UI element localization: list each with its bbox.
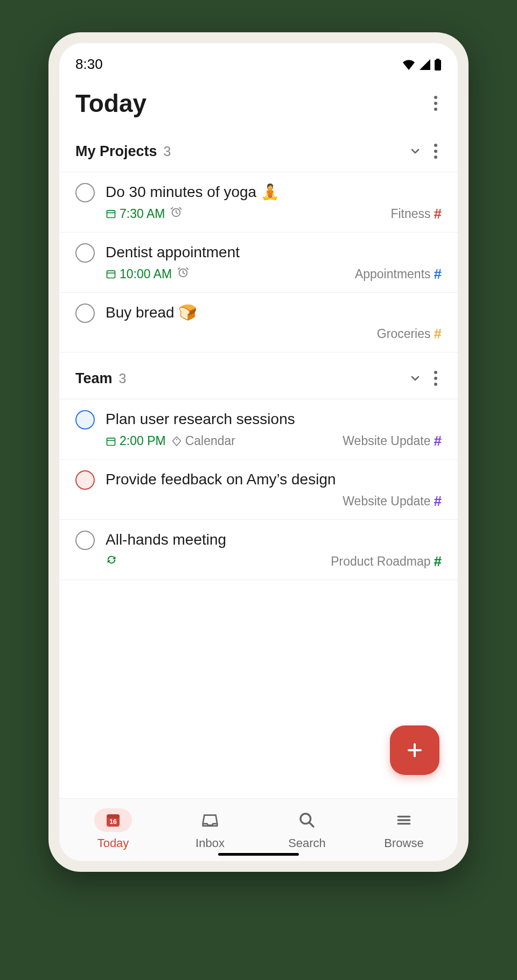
chevron-down-icon[interactable] — [407, 370, 423, 386]
section-header-team[interactable]: Team 3 — [59, 352, 458, 399]
hash-icon: # — [434, 553, 442, 570]
home-indicator[interactable] — [218, 853, 299, 856]
nav-today[interactable]: 16 Today — [65, 808, 162, 850]
task-checkbox[interactable] — [75, 410, 95, 429]
svg-rect-2 — [107, 210, 115, 217]
task-checkbox[interactable] — [75, 243, 95, 263]
inbox-icon — [201, 812, 219, 829]
search-icon — [298, 812, 316, 829]
task-title: Dentist appointment — [106, 242, 442, 263]
task-project: Website Update # — [343, 433, 442, 449]
section-title: Team — [75, 370, 113, 387]
signal-icon — [419, 59, 431, 70]
bottom-nav: 16 Today Inbox Search Browse — [59, 798, 458, 861]
task-project: Website Update # — [343, 493, 442, 510]
task-time: 7:30 AM — [106, 207, 165, 221]
section-more-button[interactable] — [430, 139, 442, 163]
nav-inbox[interactable]: Inbox — [162, 808, 258, 850]
screen: 8:30 Today My Projects 3 — [59, 43, 458, 861]
nav-browse[interactable]: Browse — [355, 808, 452, 850]
plus-icon — [404, 740, 425, 760]
task-title: Plan user research sessions — [106, 409, 442, 429]
svg-text:16: 16 — [109, 818, 117, 826]
task-row[interactable]: Plan user research sessions 2:00 PM Cale… — [59, 399, 458, 459]
task-time: 10:00 AM — [106, 267, 172, 281]
hash-icon: # — [434, 266, 442, 283]
section-more-button[interactable] — [430, 366, 442, 390]
task-label: Calendar — [171, 434, 235, 448]
task-row[interactable]: Provide feedback on Amy’s design Website… — [59, 459, 458, 519]
task-checkbox[interactable] — [75, 304, 95, 323]
svg-rect-5 — [107, 271, 115, 278]
task-list-my-projects: Do 30 minutes of yoga 🧘 7:30 AM — [59, 172, 458, 352]
status-time: 8:30 — [75, 56, 103, 73]
task-project: Appointments # — [355, 266, 442, 283]
task-project: Groceries # — [377, 326, 442, 342]
svg-rect-1 — [436, 59, 439, 60]
phone-frame: 8:30 Today My Projects 3 — [48, 32, 469, 872]
more-menu-button[interactable] — [430, 91, 442, 115]
task-row[interactable]: Dentist appointment 10:00 AM Ap — [59, 232, 458, 292]
task-row[interactable]: Buy bread 🍞 Groceries # — [59, 292, 458, 353]
task-title: Provide feedback on Amy’s design — [106, 469, 442, 490]
page-header: Today — [59, 79, 458, 131]
section-title: My Projects — [75, 143, 157, 160]
status-icons — [402, 59, 442, 70]
task-checkbox[interactable] — [75, 183, 95, 202]
task-title: All-hands meeting — [106, 530, 442, 550]
chevron-down-icon[interactable] — [407, 143, 423, 159]
add-task-button[interactable] — [390, 725, 439, 775]
section-count: 3 — [119, 371, 127, 386]
alarm-icon — [177, 266, 189, 281]
hash-icon: # — [434, 433, 442, 449]
svg-rect-12 — [107, 814, 120, 818]
nav-label: Search — [288, 836, 326, 850]
section-count: 3 — [164, 144, 171, 159]
task-title: Buy bread 🍞 — [106, 302, 442, 323]
status-bar: 8:30 — [59, 43, 458, 79]
svg-rect-8 — [107, 438, 115, 445]
task-checkbox[interactable] — [75, 531, 95, 550]
calendar-icon: 16 — [104, 812, 122, 829]
task-list-team: Plan user research sessions 2:00 PM Cale… — [59, 399, 458, 580]
wifi-icon — [402, 59, 416, 70]
task-time: 2:00 PM — [106, 434, 166, 448]
nav-search[interactable]: Search — [258, 808, 355, 850]
battery-icon — [434, 59, 442, 70]
task-row[interactable]: Do 30 minutes of yoga 🧘 7:30 AM — [59, 172, 458, 232]
section-header-my-projects[interactable]: My Projects 3 — [59, 131, 458, 172]
svg-point-10 — [176, 439, 177, 440]
task-title: Do 30 minutes of yoga 🧘 — [106, 182, 442, 202]
svg-line-15 — [309, 822, 313, 827]
svg-rect-0 — [435, 60, 441, 70]
alarm-icon — [170, 206, 182, 221]
hash-icon: # — [434, 326, 442, 342]
task-checkbox[interactable] — [75, 470, 95, 490]
nav-label: Today — [97, 836, 129, 850]
task-project: Product Roadmap # — [331, 553, 442, 570]
nav-label: Browse — [384, 836, 423, 850]
task-project: Fitness # — [390, 206, 442, 222]
menu-icon — [395, 812, 413, 829]
hash-icon: # — [434, 493, 442, 510]
nav-label: Inbox — [195, 836, 225, 850]
page-title: Today — [75, 89, 146, 118]
task-row[interactable]: All-hands meeting Product Roadmap # — [59, 519, 458, 580]
recurring-icon — [106, 554, 117, 569]
hash-icon: # — [434, 206, 442, 222]
